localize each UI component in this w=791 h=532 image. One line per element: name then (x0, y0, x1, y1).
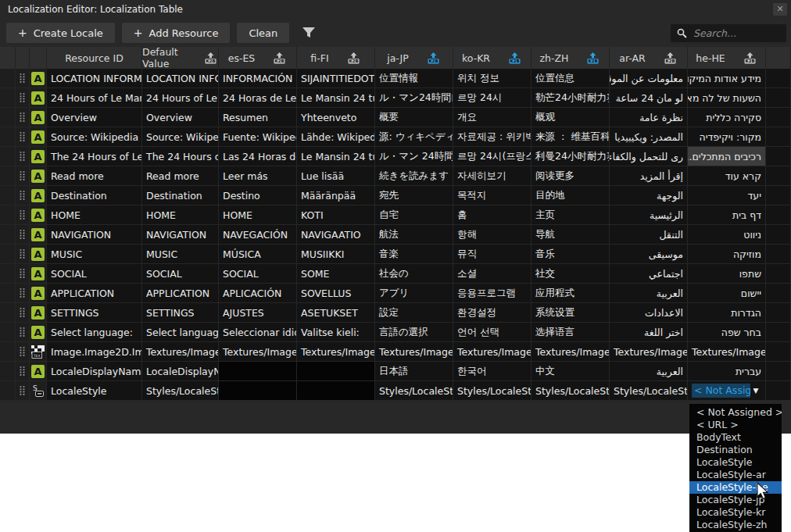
cell-default-value[interactable]: HOME (142, 205, 219, 225)
cell-ar-AR[interactable]: Textures/Image07 (610, 342, 688, 362)
cell-ja-JP[interactable]: 設定 (375, 303, 453, 323)
cell-he-HE[interactable]: יעד (688, 186, 766, 205)
cell-resource-id[interactable]: Read more (47, 166, 142, 186)
row-drag-handle[interactable] (16, 205, 30, 225)
row-drag-handle[interactable] (16, 225, 30, 245)
cell-fi-FI[interactable]: KOTI (297, 205, 375, 225)
cell-he-HE[interactable]: מוזיקה (688, 245, 766, 264)
cell-fi-FI[interactable] (297, 381, 375, 401)
cell-es-ES[interactable] (219, 381, 297, 401)
cell-resource-id[interactable]: LocaleDisplayName (47, 362, 142, 381)
cell-ar-AR[interactable]: المصدر: ويكيبيديا (610, 127, 688, 147)
dropdown-item[interactable]: LocaleStyle-kr (689, 506, 782, 519)
cell-es-ES[interactable]: Fuente: Wikipedia (219, 127, 297, 147)
dropdown-item[interactable]: BodyText (689, 431, 782, 444)
column-header-fi-FI[interactable]: fi-FI K2B (297, 47, 375, 69)
cell-zh-ZH[interactable]: 音乐 (532, 245, 610, 264)
cell-ko-KR[interactable]: 자료제공 : 위키백 (453, 127, 532, 147)
cell-zh-ZH[interactable]: 阅读更多 (532, 166, 610, 186)
dropdown-item[interactable]: LocaleStyle-zh (689, 519, 782, 531)
cell-default-value[interactable]: Overview (142, 108, 219, 127)
cell-fi-FI[interactable]: Textures/Image03 (297, 342, 375, 362)
cell-ar-AR[interactable]: العربية (610, 284, 688, 303)
cell-fi-FI[interactable]: Valitse kieli: (297, 323, 375, 342)
cell-he-HE[interactable]: מידע אודות המיקום (688, 69, 766, 88)
cell-ja-JP[interactable]: ル・マン24時間レース (375, 88, 453, 108)
cell-es-ES[interactable]: MÚSICA (219, 245, 297, 264)
cell-ar-AR[interactable]: موسيقى (610, 245, 688, 264)
create-locale-button[interactable]: + Create Locale (6, 23, 115, 43)
cell-ar-AR[interactable]: اجتماعي (610, 264, 688, 284)
k2b-export-icon[interactable]: K2B (743, 52, 757, 65)
cell-fi-FI[interactable]: SIJAINTITIEDOT (297, 69, 375, 88)
cell-default-value[interactable]: Textures/Image01 (142, 342, 219, 362)
cell-he-HE[interactable]: השעות של לה מאן (688, 88, 766, 108)
cell-resource-id[interactable]: SOCIAL (47, 264, 142, 284)
cell-es-ES[interactable]: HOME (219, 205, 297, 225)
cell-resource-id[interactable]: SETTINGS (47, 303, 142, 323)
cell-he-HE[interactable]: < Not Assigne ▼ (688, 381, 766, 401)
dropdown-item[interactable]: < URL > (689, 419, 782, 431)
cell-ar-AR[interactable]: الاعدادات (610, 303, 688, 323)
row-drag-handle[interactable] (16, 264, 30, 284)
cell-es-ES[interactable]: AJUSTES (219, 303, 297, 323)
cell-ko-KR[interactable]: 개요 (453, 108, 532, 127)
cell-he-HE[interactable]: Textures/Image08 (688, 342, 766, 362)
cell-ar-AR[interactable]: نظرة عامة (610, 108, 688, 127)
row-drag-handle[interactable] (16, 303, 30, 323)
cell-ko-KR[interactable]: 뮤직 (453, 245, 532, 264)
cell-ar-AR[interactable]: رى للتحمل والكفاءة. (610, 147, 688, 166)
style-combobox[interactable]: < Not Assigne ▼ (692, 381, 761, 400)
cell-ja-JP[interactable]: Styles/LocaleStyle (375, 381, 453, 401)
row-drag-handle[interactable] (16, 362, 30, 381)
cell-es-ES[interactable]: SOCIAL (219, 264, 297, 284)
cell-es-ES[interactable] (219, 362, 297, 381)
cell-es-ES[interactable]: Resumen (219, 108, 297, 127)
cell-ja-JP[interactable]: 航法 (375, 225, 453, 245)
cell-resource-id[interactable]: 24 Hours of Le Mans (47, 88, 142, 108)
dropdown-item[interactable]: < Not Assigned > (689, 406, 782, 419)
cell-zh-ZH[interactable]: 主页 (532, 205, 610, 225)
cell-ja-JP[interactable]: Textures/Image04 (375, 342, 453, 362)
column-header-ar-AR[interactable]: ar-AR K2B (610, 47, 688, 69)
cell-es-ES[interactable]: NAVEGACIÓN (219, 225, 297, 245)
dropdown-item[interactable]: Destination (689, 444, 782, 456)
cell-he-HE[interactable]: עברית (688, 362, 766, 381)
cell-fi-FI[interactable]: Le Mansin 24 tun (297, 147, 375, 166)
cell-ja-JP[interactable]: 続きを読みます (375, 166, 453, 186)
k2b-export-icon[interactable]: K2B (507, 52, 522, 65)
cell-ja-JP[interactable]: 言語の選択 (375, 323, 453, 342)
cell-ko-KR[interactable]: 언어 선택 (453, 323, 532, 342)
cell-zh-ZH[interactable]: 选择语言 (532, 323, 610, 342)
cell-ko-KR[interactable]: 위치 정보 (453, 69, 532, 88)
cell-es-ES[interactable]: Las 24 Horas de L (219, 147, 297, 166)
cell-es-ES[interactable]: Seleccionar idiom (219, 323, 297, 342)
cell-fi-FI[interactable]: ASETUKSET (297, 303, 375, 323)
cell-ar-AR[interactable]: التنقل (610, 225, 688, 245)
cell-resource-id[interactable]: LocaleStyle (47, 381, 142, 401)
row-drag-handle[interactable] (16, 127, 30, 147)
row-drag-handle[interactable] (16, 108, 30, 127)
cell-resource-id[interactable]: Overview (47, 108, 142, 127)
cell-es-ES[interactable]: 24 Horas de Le M (219, 88, 297, 108)
cell-resource-id[interactable]: Destination (47, 186, 142, 205)
cell-es-ES[interactable]: Leer más (219, 166, 297, 186)
cell-ko-KR[interactable]: 르망 24시(프랑스 (453, 147, 532, 166)
cell-zh-ZH[interactable]: 系统设置 (532, 303, 610, 323)
cell-ar-AR[interactable]: لو مان 24 ساعة (610, 88, 688, 108)
cell-ko-KR[interactable]: 자세히보기 (453, 166, 532, 186)
cell-ja-JP[interactable]: 自宅 (375, 205, 453, 225)
cell-default-value[interactable]: The 24 Hours of L (142, 147, 219, 166)
cell-ar-AR[interactable]: إقرأ المزيد (610, 166, 688, 186)
cell-zh-ZH[interactable]: Textures/Image06 (532, 342, 610, 362)
column-header-resource-id[interactable]: Resource ID (47, 47, 142, 69)
cell-ar-AR[interactable]: معلومات عن الموقع (610, 69, 688, 88)
column-header-default-value[interactable]: Default Value K2B (142, 47, 219, 69)
cell-ar-AR[interactable]: اختر اللغة (610, 323, 688, 342)
cell-ja-JP[interactable]: アプリ (375, 284, 453, 303)
cell-default-value[interactable]: NAVIGATION (142, 225, 219, 245)
cell-zh-ZH[interactable]: 目的地 (532, 186, 610, 205)
cell-ar-AR[interactable]: الرئيسية (610, 205, 688, 225)
cell-he-HE[interactable]: שתפו (688, 264, 766, 284)
cell-zh-ZH[interactable]: 位置信息 (532, 69, 610, 88)
